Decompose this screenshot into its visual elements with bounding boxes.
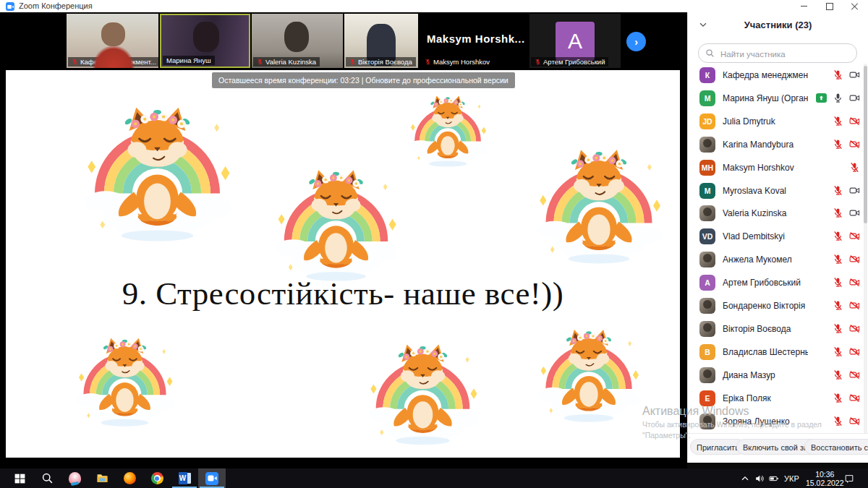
clock[interactable]: 10:36 15.02.2022 <box>801 468 848 488</box>
participant-name: Кафедра менеджменту та ад... (Я) <box>723 70 808 80</box>
tray-hidden-icons[interactable] <box>738 468 752 488</box>
filmstrip: Кафедра менеджмент...Марина ЯнушValeria … <box>0 12 687 70</box>
video-tile[interactable]: Кафедра менеджмент... <box>67 14 158 68</box>
mic-muted-icon <box>833 139 843 150</box>
participant-name: Valeria Kuzinska <box>723 208 808 218</box>
participant-row[interactable]: Вікторія Воєвода <box>688 317 868 341</box>
participant-name: Владислав Шестерньов <box>723 347 808 357</box>
participant-row[interactable]: ММарина Януш (Организатор) <box>688 87 868 110</box>
tray-date: 15.02.2022 <box>806 479 844 487</box>
shared-screen-slide: Оставшееся время конференции: 03:23 | Об… <box>6 70 680 458</box>
video-tile[interactable]: ААртем Грибовський <box>529 14 621 68</box>
avatar <box>699 414 715 429</box>
language-indicator[interactable]: УКР <box>781 468 802 488</box>
pinned-app-icon <box>69 472 81 484</box>
participant-row[interactable]: MHMaksym Horshkov <box>688 156 868 179</box>
video-tile[interactable]: Марина Януш <box>160 14 250 68</box>
zoom-taskbar-icon <box>205 472 218 485</box>
mic-muted-icon <box>833 207 843 218</box>
file-explorer-icon <box>96 472 109 484</box>
participant-row[interactable]: Karina Mandybura <box>688 133 868 156</box>
participant-name: Зоряна Лущенко <box>723 416 808 427</box>
mic-muted-icon <box>425 59 431 65</box>
mic-muted-icon <box>833 231 843 241</box>
window-title: Zoom Конференция <box>19 1 93 10</box>
video-tile[interactable]: Valeria Kuzinska <box>252 14 343 68</box>
participant-name: Анжела Мукомел <box>723 254 808 265</box>
search-icon <box>41 472 54 484</box>
participant-row[interactable]: ВВладислав Шестерньов <box>688 341 868 364</box>
zoom-app-icon <box>6 2 14 11</box>
participant-row[interactable]: Бондаренко Вікторія <box>688 294 868 317</box>
tile-name-label: Марина Януш <box>163 56 215 65</box>
participant-row[interactable]: JDJulia Dmytruk <box>688 110 868 133</box>
participant-row[interactable]: ЕЕріка Поляк <box>688 387 868 410</box>
camera-off-icon <box>849 139 860 150</box>
restore-status-button[interactable]: Восстановить стату <box>804 439 868 455</box>
mic-muted-icon <box>849 162 860 173</box>
panel-footer: ПригласитьВключить свой звукВосстановить… <box>688 433 868 463</box>
mic-muted-icon <box>349 59 356 65</box>
camera-off-icon <box>849 416 860 427</box>
start-icon <box>14 472 26 484</box>
mic-muted-icon <box>833 393 843 403</box>
taskbar-search-button[interactable] <box>33 468 61 488</box>
video-tile[interactable]: Maksym Horshk...Maksym Horshkov <box>420 14 528 68</box>
taskbar-zoom-button[interactable] <box>198 468 226 488</box>
tile-name-label: Кафедра менеджмент... <box>68 57 158 67</box>
taskbar-start-button[interactable] <box>6 468 33 488</box>
next-page-button[interactable]: › <box>626 32 646 51</box>
camera-on-icon <box>849 207 860 218</box>
participant-name: Бондаренко Вікторія <box>723 301 808 311</box>
fox-illustration <box>530 145 668 267</box>
fox-illustration <box>269 165 403 285</box>
mic-muted-icon <box>833 369 843 380</box>
mic-muted-icon <box>833 323 843 334</box>
search-input[interactable] <box>719 46 852 61</box>
taskbar-pinned-app-button[interactable] <box>61 468 88 488</box>
participant-row[interactable]: ККафедра менеджменту та ад... (Я) <box>688 64 868 87</box>
camera-on-icon <box>849 93 860 103</box>
participant-name: Vlad Dembitskyi <box>723 231 808 241</box>
taskbar-firefox-button[interactable] <box>116 468 143 488</box>
close-button[interactable] <box>842 0 867 12</box>
participant-row[interactable]: Зоряна Лущенко <box>688 410 868 433</box>
camera-on-icon <box>849 69 860 80</box>
participant-row[interactable]: Диана Мазур <box>688 364 868 387</box>
camera-off-icon <box>849 300 860 311</box>
fox-illustration <box>534 325 644 425</box>
battery-icon[interactable] <box>767 468 781 488</box>
participants-header: Участники (23) <box>688 20 868 30</box>
taskbar-chrome-button[interactable] <box>143 468 171 488</box>
video-tile[interactable]: Вікторія Воєвода <box>344 14 418 68</box>
participant-row[interactable]: VDVlad Dembitskyi <box>688 225 868 248</box>
participant-row[interactable]: ААртем Грибовський <box>688 271 868 294</box>
maximize-button[interactable] <box>817 0 842 12</box>
taskbar-file-explorer-button[interactable] <box>88 468 116 488</box>
avatar: В <box>699 344 715 360</box>
mic-muted-icon <box>833 116 843 127</box>
avatar: VD <box>699 228 715 244</box>
camera-off-icon <box>849 231 860 241</box>
taskbar-word-button[interactable]: W <box>171 468 198 488</box>
minimize-button[interactable] <box>791 0 816 12</box>
action-center-icon[interactable] <box>842 468 856 488</box>
meeting-time-notice[interactable]: Оставшееся время конференции: 03:23 | Об… <box>212 72 515 88</box>
avatar: А <box>699 275 715 291</box>
volume-icon[interactable] <box>752 468 767 488</box>
participant-row[interactable]: Анжела Мукомел <box>688 248 868 271</box>
participant-row[interactable]: Valeria Kuzinska <box>688 202 868 225</box>
avatar: Е <box>699 390 715 406</box>
avatar <box>699 367 715 383</box>
participant-search[interactable] <box>698 43 857 63</box>
chrome-icon <box>151 472 163 484</box>
panel-scrollbar-thumb[interactable] <box>864 66 867 223</box>
tile-name-label: Maksym Horshkov <box>421 57 493 67</box>
camera-off-icon <box>849 116 860 127</box>
avatar: М <box>699 90 715 106</box>
fox-illustration <box>76 101 239 246</box>
slide-title: 9. Стресостійкість- наше все!)) <box>6 275 680 312</box>
zoom-conference-window: Zoom Конференция Кафедра менеджмент...Ма… <box>0 0 868 488</box>
participant-row[interactable]: MMyroslava Koval <box>688 179 868 202</box>
meeting-area: Кафедра менеджмент...Марина ЯнушValeria … <box>0 12 687 468</box>
